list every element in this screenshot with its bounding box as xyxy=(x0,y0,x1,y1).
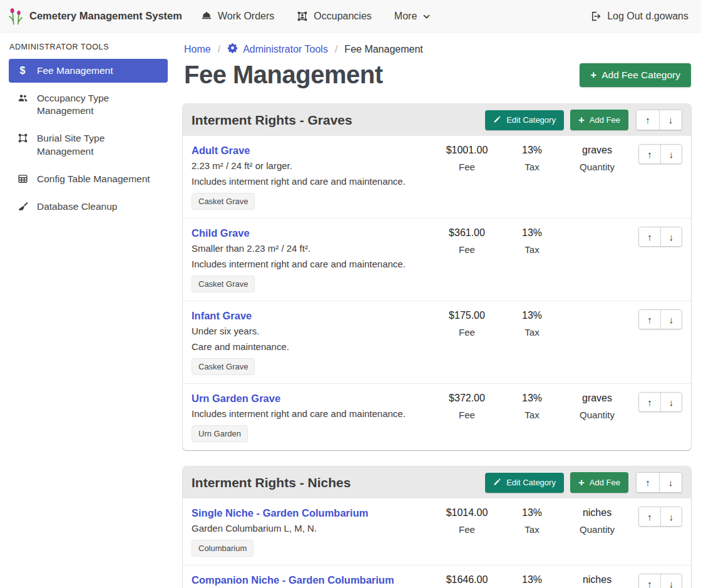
sidebar-item-database-cleanup[interactable]: Database Cleanup xyxy=(9,195,168,219)
fee-name-link[interactable]: Infant Grave xyxy=(192,310,252,322)
chevron-down-icon xyxy=(422,11,431,21)
fee-description: Under six years. xyxy=(192,326,431,336)
fee-row: Single Niche - Garden Columbarium Garden… xyxy=(183,498,691,565)
move-fee-up-button[interactable]: ↑ xyxy=(639,393,660,411)
sidebar-heading: ADMINISTRATOR TOOLS xyxy=(9,43,168,51)
fee-tax-column: 13% Tax xyxy=(499,573,565,588)
fee-row: Child Grave Smaller than 2.23 m² / 24 ft… xyxy=(183,219,691,301)
fee-name-link[interactable]: Single Niche - Garden Columbarium xyxy=(192,507,368,519)
category-title: Interment Rights - Graves xyxy=(192,113,485,128)
fee-amount-column: $372.00 Fee xyxy=(434,391,499,420)
move-fee-down-button[interactable]: ↓ xyxy=(660,574,682,588)
fee-tag: Columbarium xyxy=(192,540,253,557)
fee-reorder-group: ↑ ↓ xyxy=(638,392,682,412)
nav-item-work-orders[interactable]: Work Orders xyxy=(201,11,274,22)
fee-tag: Urn Garden xyxy=(192,425,248,442)
sidebar-list: $ Fee Management Occupancy Type Manageme… xyxy=(9,59,168,219)
pencil-icon xyxy=(493,115,501,125)
fee-reorder-group: ↑ ↓ xyxy=(638,227,682,247)
move-fee-down-button[interactable]: ↓ xyxy=(660,145,682,163)
fee-row: Urn Garden Grave Includes interment righ… xyxy=(183,384,691,450)
fee-row: Adult Grave 2.23 m² / 24 ft² or larger.I… xyxy=(183,136,691,219)
move-category-down-button[interactable]: ↓ xyxy=(659,473,682,492)
nav-item-occupancies[interactable]: Occupancies xyxy=(297,11,372,22)
fee-categories: Interment Rights - Graves Edit Category … xyxy=(183,104,691,588)
move-fee-up-button[interactable]: ↑ xyxy=(639,574,660,588)
fee-reorder-group: ↑ ↓ xyxy=(638,574,682,588)
fee-amount: $1646.00 xyxy=(434,574,499,585)
add-fee-category-button[interactable]: + Add Fee Category xyxy=(580,63,691,87)
tulip-logo-icon xyxy=(8,7,24,26)
edit-category-button[interactable]: Edit Category xyxy=(485,473,564,493)
fee-amount-column: $361.00 Fee xyxy=(434,226,499,255)
fee-amount-column: $175.00 Fee xyxy=(434,309,499,338)
add-fee-button[interactable]: + Add Fee xyxy=(570,110,628,130)
fee-reorder-group: ↑ ↓ xyxy=(638,507,682,527)
nav-item-more[interactable]: More xyxy=(394,11,431,22)
edit-category-button[interactable]: Edit Category xyxy=(485,110,564,130)
fee-name-link[interactable]: Urn Garden Grave xyxy=(192,393,280,405)
move-fee-up-button[interactable]: ↑ xyxy=(639,507,660,526)
fee-quantity: graves xyxy=(565,145,630,156)
fee-quantity-column: niches Quantity xyxy=(565,573,630,588)
move-category-up-button[interactable]: ↑ xyxy=(637,473,659,492)
move-fee-down-button[interactable]: ↓ xyxy=(660,227,682,246)
sidebar-item-config-table-management[interactable]: Config Table Management xyxy=(9,167,168,191)
fee-tax: 13% xyxy=(499,574,565,585)
sidebar-item-fee-management[interactable]: $ Fee Management xyxy=(9,59,168,83)
fee-description: Smaller than 2.23 m² / 24 ft². xyxy=(192,244,431,254)
fee-name-link[interactable]: Child Grave xyxy=(192,227,250,239)
plus-icon: + xyxy=(578,477,585,488)
fee-quantity-column: niches Quantity xyxy=(565,506,630,535)
fee-category-card: Interment Rights - Niches Edit Category … xyxy=(183,467,691,588)
breadcrumb-separator: / xyxy=(335,44,337,55)
move-category-up-button[interactable]: ↑ xyxy=(637,110,659,130)
occupancy-frame-icon xyxy=(297,11,308,22)
move-fee-up-button[interactable]: ↑ xyxy=(639,227,660,246)
fee-tag: Casket Grave xyxy=(192,193,255,210)
category-title: Interment Rights - Niches xyxy=(192,475,485,490)
fee-amount: $372.00 xyxy=(434,393,499,404)
move-category-down-button[interactable]: ↓ xyxy=(659,110,682,130)
fee-amount: $1001.00 xyxy=(434,145,499,156)
fee-description: Care and maintenance. xyxy=(192,342,431,352)
add-fee-button[interactable]: + Add Fee xyxy=(570,472,628,493)
fee-tag: Casket Grave xyxy=(192,358,255,375)
fee-quantity: graves xyxy=(565,393,630,404)
sidebar-item-occupancy-type-management[interactable]: Occupancy Type Management xyxy=(9,86,168,123)
move-fee-up-button[interactable]: ↑ xyxy=(639,310,660,329)
move-fee-down-button[interactable]: ↓ xyxy=(660,507,682,526)
fee-description: Garden Columbarium L, M, N. xyxy=(192,524,431,534)
category-header: Interment Rights - Niches Edit Category … xyxy=(183,467,691,498)
fee-amount: $175.00 xyxy=(434,310,499,321)
fee-description: 2.23 m² / 24 ft² or larger. xyxy=(192,161,431,171)
category-reorder-group: ↑ ↓ xyxy=(636,472,682,493)
fee-category-card: Interment Rights - Graves Edit Category … xyxy=(183,104,691,450)
move-fee-down-button[interactable]: ↓ xyxy=(660,310,682,329)
fee-tax: 13% xyxy=(499,227,565,239)
breadcrumb-admin-tools-link[interactable]: Administrator Tools xyxy=(227,43,328,56)
move-fee-up-button[interactable]: ↑ xyxy=(639,145,660,163)
app-title: Cemetery Management System xyxy=(29,10,182,22)
fee-amount-column: $1014.00 Fee xyxy=(434,506,499,535)
breadcrumb: Home / Administrator Tools / Fee Managem… xyxy=(184,43,691,56)
fee-quantity-column: graves Quantity xyxy=(565,391,630,420)
fee-tag: Casket Grave xyxy=(192,276,255,292)
breadcrumb-current: Fee Management xyxy=(344,44,422,55)
fee-row: Infant Grave Under six years.Care and ma… xyxy=(183,301,691,384)
fee-name-link[interactable]: Adult Grave xyxy=(192,145,250,157)
fee-description: Includes interment right and care and ma… xyxy=(192,177,431,187)
move-fee-down-button[interactable]: ↓ xyxy=(660,393,682,411)
breadcrumb-home-link[interactable]: Home xyxy=(184,44,211,55)
fee-tax: 13% xyxy=(499,507,565,518)
logout-button[interactable]: Log Out d.gowans xyxy=(590,11,688,22)
fee-tax: 13% xyxy=(499,393,565,404)
plus-icon: + xyxy=(590,70,596,80)
table-icon xyxy=(16,173,29,184)
sidebar-item-burial-site-type-management[interactable]: Burial Site Type Management xyxy=(9,126,168,163)
fee-name-link[interactable]: Companion Niche - Garden Columbarium xyxy=(192,574,394,586)
fee-quantity: niches xyxy=(565,507,630,518)
fee-quantity-column xyxy=(565,309,630,316)
people-icon xyxy=(16,93,29,103)
app-brand[interactable]: Cemetery Management System xyxy=(8,7,182,26)
